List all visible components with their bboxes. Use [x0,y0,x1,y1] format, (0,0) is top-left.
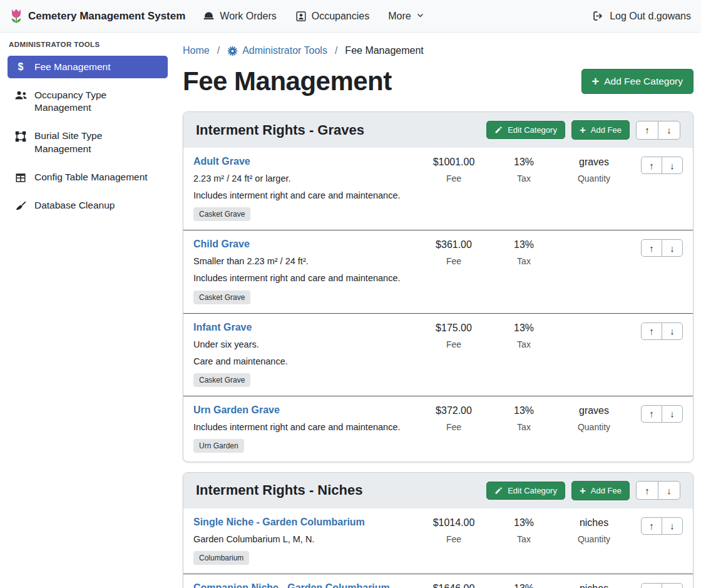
arrow-up-icon: ↑ [649,160,654,171]
move-fee-up-button[interactable]: ↑ [641,517,662,535]
move-fee-up-button[interactable]: ↑ [641,239,662,257]
fee-name-link[interactable]: Companion Niche - Garden Columbarium [193,582,390,588]
sidebar-item-label: Fee Management [34,61,111,73]
chevron-down-icon [416,12,424,20]
occupancy-booth-icon [295,11,307,22]
fee-row: Urn Garden Grave Includes interment righ… [183,396,693,462]
move-fee-up-button[interactable]: ↑ [641,322,662,340]
move-fee-down-button[interactable]: ↓ [662,157,683,174]
fee-reorder-group: ↑ ↓ [641,517,683,535]
arrow-down-icon: ↓ [670,520,675,531]
sidebar-item-burial-site-type-management[interactable]: Burial Site Type Management [8,125,168,160]
fee-category-card: Interment Rights - Graves Edit Category … [183,111,693,462]
fee-amount-column: $361.00 Fee [419,239,489,304]
move-fee-down-button[interactable]: ↓ [662,517,683,535]
fee-name-link[interactable]: Infant Grave [193,322,252,333]
fee-tax-column: 13% Tax [489,322,559,387]
breadcrumb-administrator-tools[interactable]: Administrator Tools [227,45,327,56]
sidebar-heading: ADMINISTRATOR TOOLS [8,41,168,56]
fee-description-line: Includes interment right and care and ma… [193,190,414,201]
add-fee-button[interactable]: + Add Fee [571,481,630,500]
breadcrumb-current: Fee Management [345,45,423,56]
edit-category-button[interactable]: Edit Category [486,482,565,500]
edit-category-button[interactable]: Edit Category [486,121,565,139]
dollar-icon: $ [14,62,28,72]
fee-tax-label: Tax [489,256,559,266]
move-category-up-button[interactable]: ↑ [636,481,658,500]
add-fee-label: Add Fee [591,125,622,135]
fee-tax-column: 13% Tax [489,517,559,565]
move-fee-down-button[interactable]: ↓ [662,322,683,340]
fee-tax-column: 13% Tax [489,156,559,221]
vector-square-icon [14,131,28,142]
move-fee-up-button[interactable]: ↑ [641,405,662,423]
sidebar-item-fee-management[interactable]: $ Fee Management [8,56,168,78]
category-reorder-group: ↑ ↓ [636,121,680,140]
fee-amount-label: Fee [419,256,489,266]
fee-description-line: Under six years. [193,339,414,350]
fee-quantity-value: graves [559,157,629,168]
move-category-up-button[interactable]: ↑ [636,121,658,140]
fee-tax-label: Tax [489,422,559,432]
sidebar-item-label: Occupancy Type Management [34,89,161,114]
fee-description: Garden Columbarium L, M, N. [193,534,414,545]
fee-name-link[interactable]: Child Grave [193,239,250,250]
fee-type-badge: Casket Grave [193,207,250,221]
add-fee-category-label: Add Fee Category [604,76,683,87]
move-fee-up-button[interactable]: ↑ [641,583,662,588]
move-fee-down-button[interactable]: ↓ [662,583,683,588]
page-title: Fee Management [183,66,392,96]
fee-name-link[interactable]: Urn Garden Grave [193,405,280,416]
fee-category-card: Interment Rights - Niches Edit Category … [183,472,693,588]
fee-quantity-label: Quantity [559,173,629,183]
fee-tax-value: 13% [489,517,559,529]
fee-quantity-value: graves [559,405,629,417]
sidebar-item-label: Config Table Management [34,171,148,183]
sidebar-item-database-cleanup[interactable]: Database Cleanup [8,194,168,217]
breadcrumb-separator: / [217,45,220,56]
add-fee-category-button[interactable]: + Add Fee Category [581,69,693,94]
fee-reorder-group: ↑ ↓ [641,583,683,588]
category-title: Interment Rights - Graves [196,122,364,138]
arrow-down-icon: ↓ [670,243,675,254]
fee-description-line: Care and maintenance. [193,356,414,367]
nav-occupancies[interactable]: Occupancies [295,11,370,22]
app-brand: Cemetery Management System [10,9,185,24]
arrow-up-icon: ↑ [649,243,654,254]
sidebar-item-config-table-management[interactable]: Config Table Management [8,166,168,188]
fee-quantity-column: niches Quantity [559,582,629,588]
arrow-down-icon: ↓ [670,160,675,171]
add-fee-button[interactable]: + Add Fee [571,120,630,140]
move-category-down-button[interactable]: ↓ [658,481,680,500]
fee-amount-value: $175.00 [419,322,489,334]
fee-tax-label: Tax [489,339,559,349]
fee-type-badge: Columbarium [193,551,249,565]
fee-info: Single Niche - Garden Columbarium Garden… [193,517,419,565]
fee-amount-column: $175.00 Fee [419,322,489,387]
logout-link[interactable]: Log Out d.gowans [592,10,691,22]
fee-amount-value: $1646.00 [419,583,489,588]
fee-quantity-label: Quantity [559,422,629,432]
fee-name-link[interactable]: Adult Grave [193,156,250,167]
move-category-down-button[interactable]: ↓ [658,121,680,140]
breadcrumb-home[interactable]: Home [183,45,210,56]
plus-icon: + [580,125,586,135]
move-fee-up-button[interactable]: ↑ [641,157,662,174]
fee-tax-value: 13% [489,157,559,168]
fee-actions: ↑ ↓ [629,405,683,453]
breadcrumb: Home / Administrator Tools [183,45,693,56]
nav-item-label: Occupancies [312,11,370,22]
fee-quantity-column [559,322,629,387]
move-fee-down-button[interactable]: ↓ [662,239,683,257]
edit-category-label: Edit Category [508,486,557,495]
fee-tax-column: 13% Tax [489,405,559,453]
move-fee-down-button[interactable]: ↓ [662,405,683,423]
fee-name-link[interactable]: Single Niche - Garden Columbarium [193,517,365,528]
fee-amount-label: Fee [419,534,489,544]
fee-tax-value: 13% [489,583,559,588]
nav-work-orders[interactable]: Work Orders [203,10,276,22]
arrow-up-icon: ↑ [649,408,654,419]
fee-amount-value: $372.00 [419,405,489,417]
sidebar-item-occupancy-type-management[interactable]: Occupancy Type Management [8,84,168,119]
nav-more[interactable]: More [388,11,424,22]
